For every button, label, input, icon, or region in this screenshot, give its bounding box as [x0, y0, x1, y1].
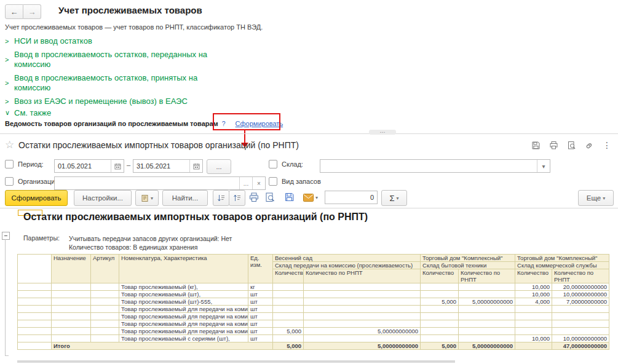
dropdown-arrow-icon[interactable]: ▾: [537, 160, 550, 172]
warehouse-combo[interactable]: ▾: [320, 159, 550, 173]
collapse-groups-button[interactable]: [229, 190, 245, 206]
cell-qty-rnpt: [304, 313, 421, 320]
table-row[interactable]: Товар прослеживаемый с сериями (шт), шт …: [18, 335, 609, 342]
cell-qty: [515, 306, 552, 313]
cell-qty-rnpt: [304, 298, 421, 306]
chevron-right-icon: >: [5, 79, 14, 87]
clear-icon[interactable]: ×: [252, 177, 265, 189]
cell-nomenklatura: Товар прослеживаемый для передачи на ком…: [119, 320, 248, 328]
generate-button[interactable]: Сформировать: [5, 190, 68, 206]
window-splitter[interactable]: [0, 133, 618, 134]
total-qty: 5,000: [273, 342, 304, 350]
cell-qty: [421, 313, 459, 320]
row-group-margin: [18, 291, 52, 298]
preview-icon[interactable]: [566, 140, 576, 150]
cell-artikul: [91, 306, 119, 313]
cell-unit: шт: [248, 313, 273, 320]
print-icon[interactable]: [549, 140, 558, 150]
expand-groups-button[interactable]: [213, 190, 229, 206]
warehouse-label: Склад:: [282, 160, 303, 168]
table-row[interactable]: Товар прослеживаемый (шт), шт 10,000 10,…: [18, 291, 609, 298]
settings-button[interactable]: Настройки...: [74, 190, 132, 206]
cell-qty-rnpt: [304, 291, 421, 298]
collapse-group-box[interactable]: [2, 232, 10, 240]
totals-label: Итого: [52, 342, 273, 350]
cell-qty: [421, 320, 459, 328]
table-row[interactable]: Товар прослеживаемый для передачи на ком…: [18, 306, 609, 313]
cell-qty-rnpt: [459, 335, 515, 342]
link-icon[interactable]: [584, 140, 594, 150]
find-button[interactable]: Найти...: [162, 190, 208, 206]
qty-header: Количество: [421, 269, 459, 283]
cell-qty-rnpt: 7,00000000000: [552, 298, 609, 306]
cell-nomenklatura: Товар прослеживаемый для передачи на ком…: [119, 306, 248, 313]
qty-header: Количество: [273, 269, 304, 283]
horizontal-scrollbar[interactable]: [17, 360, 455, 363]
table-row[interactable]: Товар прослеживаемый (кг), кг 10,000 20,…: [18, 283, 609, 291]
period-checkbox[interactable]: [5, 160, 14, 168]
row-group-margin: [18, 335, 52, 342]
report-table[interactable]: Назначение Артикул Номенклатура, Характе…: [17, 254, 609, 350]
cell-artikul: [91, 298, 119, 306]
choose-icon[interactable]: ...: [239, 177, 252, 189]
parameter-line: Количество товаров: В единицах хранения: [69, 243, 232, 251]
table-row[interactable]: Товар прослеживаемый для передачи на ком…: [18, 313, 609, 320]
organization-checkbox[interactable]: [5, 177, 14, 186]
cell-qty-rnpt: 10,00000000000: [552, 335, 609, 342]
splitter-handle[interactable]: ⋯: [369, 130, 396, 135]
forward-button[interactable]: →: [23, 4, 41, 19]
toolbar-print-icon[interactable]: [248, 192, 259, 203]
more-button[interactable]: Еще ▾: [578, 190, 614, 206]
cell-qty: [421, 291, 459, 298]
cell-qty: [515, 320, 552, 328]
total-qty: 5,000: [421, 342, 459, 350]
cell-naznachenie: [52, 283, 91, 291]
row-group-margin: [18, 283, 52, 291]
cell-qty: 4,000: [515, 298, 552, 306]
calendar-icon[interactable]: [189, 160, 202, 172]
report-variants-button[interactable]: ▾: [135, 190, 159, 206]
row-group-margin: [18, 313, 52, 320]
report-table-header: Назначение Артикул Номенклатура, Характе…: [18, 255, 609, 283]
sigma-button[interactable]: Σ ▾: [381, 190, 407, 206]
favorite-star-icon[interactable]: ☆: [5, 138, 14, 151]
warehouse-checkbox[interactable]: [269, 160, 277, 168]
cell-artikul: [91, 283, 119, 291]
organization-input[interactable]: ... ×: [54, 176, 266, 190]
cell-nomenklatura: Товар прослеживаемый с сериями (шт),: [119, 335, 248, 342]
back-button[interactable]: ←: [5, 4, 23, 19]
save-icon[interactable]: [531, 140, 541, 150]
cell-qty-rnpt: [552, 328, 609, 335]
cell-qty-rnpt: 10,00000000000: [552, 291, 609, 298]
section-link[interactable]: > НСИ и ввод остатков: [5, 35, 220, 47]
section-link[interactable]: > Ввод в прослеживаемость остатков, прин…: [5, 72, 220, 94]
cell-qty-rnpt: [459, 283, 515, 291]
kebab-menu-icon[interactable]: ⋮: [602, 140, 612, 150]
cell-naznachenie: [52, 320, 91, 328]
table-row[interactable]: Товар прослеживаемый для передачи на ком…: [18, 328, 609, 335]
totals-row[interactable]: Итого 5,000 5,00000000000 5,000 5,000000…: [18, 342, 609, 350]
toolbar-preview-icon[interactable]: [264, 192, 275, 203]
cell-qty: [273, 306, 304, 313]
qty-header: Количество: [515, 269, 552, 283]
section-link-label: Ввод в прослеживаемость остатков, принят…: [14, 73, 220, 93]
send-mail-button[interactable]: ▾: [299, 190, 322, 205]
row-group-margin: [18, 306, 52, 313]
stock-kind-checkbox[interactable]: [269, 177, 277, 186]
period-from-input[interactable]: 01.05.2021: [54, 159, 124, 173]
warehouse-header: Склад передачи на комиссию (прослеживаем…: [273, 262, 421, 269]
cell-naznachenie: [52, 306, 91, 313]
cell-unit: шт: [248, 306, 273, 313]
toolbar-save-icon[interactable]: [284, 192, 295, 202]
sum-counter-field[interactable]: 0: [325, 191, 378, 204]
see-also-toggle[interactable]: ∨ См. также: [5, 108, 51, 117]
section-link[interactable]: > Ввоз из ЕАЭС и перемещение (вывоз) в Е…: [5, 95, 220, 108]
table-row[interactable]: Товар прослеживаемый (шт)-555, шт 5,000 …: [18, 298, 609, 306]
toolbar-divider: [0, 208, 618, 208]
section-link[interactable]: > Ввод в прослеживаемость остатков, пере…: [5, 49, 220, 71]
period-variants-button[interactable]: ...: [207, 159, 231, 174]
cell-qty-rnpt: [552, 320, 609, 328]
calendar-icon[interactable]: [111, 160, 124, 172]
table-row[interactable]: Товар прослеживаемый для передачи на ком…: [18, 320, 609, 328]
period-to-input[interactable]: 31.05.2021: [133, 159, 203, 173]
